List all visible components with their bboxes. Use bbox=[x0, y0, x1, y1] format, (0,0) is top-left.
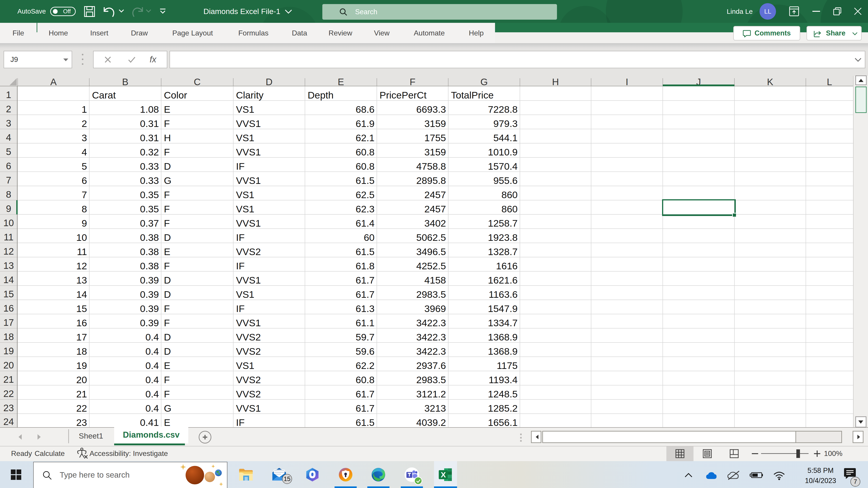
svg-text:X: X bbox=[441, 470, 446, 479]
